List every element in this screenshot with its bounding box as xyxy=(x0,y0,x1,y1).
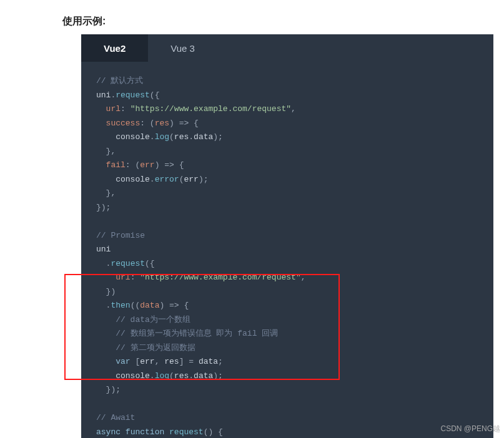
code-block: // 默认方式 uni.request({ url: "https://www.… xyxy=(81,62,493,438)
code-token: uni xyxy=(96,90,111,100)
tab-vue2[interactable]: Vue2 xyxy=(81,34,148,62)
code-editor: Vue2 Vue 3 // 默认方式 uni.request({ url: "h… xyxy=(81,34,493,438)
code-comment: // 默认方式 xyxy=(96,76,143,85)
tab-bar: Vue2 Vue 3 xyxy=(81,34,493,62)
watermark: CSDN @PENG越 xyxy=(440,424,500,434)
section-heading: 使用示例: xyxy=(0,0,504,34)
tab-vue3[interactable]: Vue 3 xyxy=(148,34,217,62)
